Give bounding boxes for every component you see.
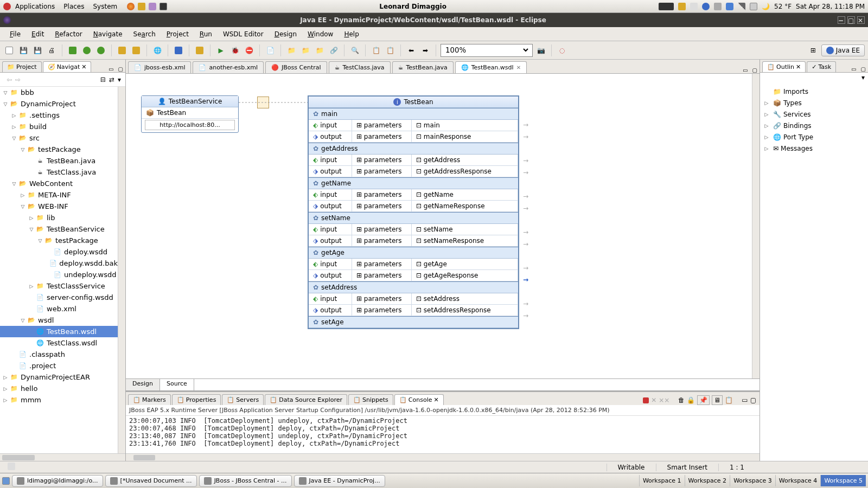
app-icon-2[interactable] bbox=[149, 3, 156, 10]
message-arrow-icon[interactable]: → bbox=[523, 264, 528, 272]
message-arrow-icon[interactable]: → bbox=[523, 192, 528, 200]
menu-help[interactable]: Help bbox=[339, 29, 364, 40]
zoom-select[interactable]: 100% bbox=[441, 44, 533, 57]
workspace-1[interactable]: Workspace 1 bbox=[639, 475, 685, 486]
folder-icon[interactable]: 📁 bbox=[285, 44, 297, 56]
tb-icon[interactable] bbox=[116, 44, 128, 56]
operation-output-row[interactable]: ⬗ output⊞ parameters⊡ getNameResponse bbox=[309, 201, 518, 212]
operation-header[interactable]: ✿ getAge bbox=[309, 247, 518, 259]
os-menu-places[interactable]: Places bbox=[59, 2, 88, 11]
terminal-icon[interactable] bbox=[159, 3, 167, 10]
message-arrow-icon[interactable]: → bbox=[523, 133, 528, 140]
tray-icon-1[interactable] bbox=[659, 3, 674, 10]
tab-navigator[interactable]: 🧭 Navigat ✕ bbox=[43, 61, 92, 72]
search-icon[interactable]: 🔍 bbox=[349, 44, 361, 56]
nav-back-icon[interactable]: ⇦ bbox=[7, 76, 12, 84]
menu-navigate[interactable]: Navigate bbox=[88, 29, 128, 40]
bluetooth-icon[interactable] bbox=[726, 3, 733, 10]
network-icon[interactable] bbox=[702, 3, 710, 10]
globe-icon[interactable]: 🌐 bbox=[151, 44, 163, 56]
minimize-button[interactable]: − bbox=[838, 16, 845, 24]
operation-header[interactable]: ✿ setAddress bbox=[309, 281, 518, 293]
tb-icon[interactable]: 📷 bbox=[535, 44, 547, 56]
operation-input-row[interactable]: ⬖ input⊞ parameters⊡ setName bbox=[309, 224, 518, 235]
forward-icon[interactable]: ➡ bbox=[419, 44, 431, 56]
message-arrow-icon[interactable]: → bbox=[523, 204, 528, 212]
operation-input-row[interactable]: ⬖ input⊞ parameters⊡ getName bbox=[309, 189, 518, 201]
tab-outline[interactable]: 📋 Outlin ✕ bbox=[762, 61, 806, 72]
tb-icon[interactable]: 📋 bbox=[384, 44, 396, 56]
debug-button[interactable] bbox=[81, 44, 93, 56]
tree-item[interactable]: 📄deploy.wsdd bbox=[0, 246, 118, 258]
maximize-icon[interactable]: ▢ bbox=[750, 396, 756, 404]
wsdl-diagram[interactable]: 👤 TestBeanService 📦 TestBean http://loca… bbox=[126, 74, 752, 378]
outline-item[interactable]: ▷✉ Messages bbox=[761, 143, 867, 154]
tb-icon[interactable]: 📄 bbox=[264, 44, 276, 56]
editor-maximize-icon[interactable]: ▢ bbox=[750, 67, 760, 73]
editor-vscroll[interactable] bbox=[752, 74, 760, 378]
operation-input-row[interactable]: ⬖ input⊞ parameters⊡ getAddress bbox=[309, 155, 518, 166]
app-icon[interactable] bbox=[138, 3, 145, 10]
tree-item[interactable]: 📄.project bbox=[0, 360, 118, 371]
tree-item[interactable]: 📄deploy.wsdd.bak bbox=[0, 258, 118, 269]
tab-task[interactable]: ✓ Task bbox=[807, 61, 836, 72]
maximize-view-icon[interactable]: ▢ bbox=[859, 66, 868, 72]
maximize-view-icon[interactable]: ▢ bbox=[116, 66, 125, 72]
tree-item[interactable]: ▷📁TestClassService bbox=[0, 280, 118, 292]
taskbar-button[interactable]: JBoss - JBoss Central - ... bbox=[199, 475, 292, 487]
view-menu-icon[interactable]: ▾ bbox=[118, 76, 121, 84]
clear-console-icon[interactable]: 🗑 bbox=[678, 396, 685, 404]
tree-item[interactable]: 🌐TestClass.wsdl bbox=[0, 337, 118, 349]
tree-item[interactable]: ▽📁bbb bbox=[0, 87, 118, 98]
workspace-4[interactable]: Workspace 4 bbox=[775, 475, 821, 486]
minimize-view-icon[interactable]: ▭ bbox=[106, 66, 116, 72]
pin-console-icon[interactable]: 📌 bbox=[697, 395, 710, 405]
message-arrow-icon[interactable]: → bbox=[523, 169, 528, 176]
menu-design[interactable]: Design bbox=[269, 29, 302, 40]
tree-item[interactable]: 📄web.xml bbox=[0, 303, 118, 314]
run-button[interactable] bbox=[95, 44, 107, 56]
tree-item[interactable]: ☕TestClass.java bbox=[0, 166, 118, 178]
perspective-javaee[interactable]: Java EE bbox=[821, 44, 865, 56]
operation-header[interactable]: ✿ getAddress bbox=[309, 143, 518, 155]
minimize-view-icon[interactable]: ▭ bbox=[849, 66, 858, 72]
message-arrow-icon[interactable]: → bbox=[523, 276, 528, 284]
menu-project[interactable]: Project bbox=[161, 29, 194, 40]
operation-output-row[interactable]: ⬗ output⊞ parameters⊡ setAddressResponse bbox=[309, 305, 518, 316]
tb-icon[interactable] bbox=[194, 44, 206, 56]
tree-item[interactable]: 📄.classpath bbox=[0, 349, 118, 360]
bottom-tab-data-source-explorer[interactable]: 📋 Data Source Explorer bbox=[265, 394, 347, 405]
outline-item[interactable]: ▷🔧 Services bbox=[761, 108, 867, 120]
editor-tab[interactable]: 🌐TestBean.wsdl ✕ bbox=[455, 61, 527, 73]
tab-source[interactable]: Source bbox=[160, 379, 194, 390]
show-desktop-icon[interactable] bbox=[2, 477, 10, 485]
message-arrow-icon[interactable]: → bbox=[523, 240, 528, 248]
outline-item[interactable]: ▷🌐 Port Type bbox=[761, 131, 867, 143]
service-address[interactable]: http://localhost:80... bbox=[145, 120, 235, 130]
tree-item[interactable]: ▷📁DynamicProjectEAR bbox=[0, 371, 118, 383]
tb-icon[interactable] bbox=[173, 44, 184, 56]
signal-icon[interactable] bbox=[738, 3, 745, 10]
new-button[interactable] bbox=[3, 44, 15, 56]
tb-icon[interactable]: 🔗 bbox=[328, 44, 340, 56]
menu-edit[interactable]: Edit bbox=[26, 29, 49, 40]
tb-icon[interactable]: 📋 bbox=[370, 44, 382, 56]
collapse-all-icon[interactable]: ⊟ bbox=[100, 76, 106, 84]
outline-item[interactable]: 📁 Imports bbox=[761, 86, 867, 97]
remove-all-icon[interactable]: ⨯⨯ bbox=[659, 396, 669, 404]
message-arrow-icon[interactable]: → bbox=[523, 312, 528, 319]
menu-window[interactable]: Window bbox=[302, 29, 339, 40]
editor-tab[interactable]: 📄another-esb.xml bbox=[193, 61, 264, 73]
view-menu-icon[interactable]: ▾ bbox=[861, 74, 865, 82]
tray-icon-2[interactable] bbox=[678, 3, 686, 10]
print-button[interactable]: 🖨 bbox=[46, 44, 58, 56]
minimize-icon[interactable]: ▭ bbox=[742, 396, 748, 404]
tree-item[interactable]: ▷📁.settings bbox=[0, 110, 118, 121]
tree-item[interactable]: 📄server-config.wsdd bbox=[0, 292, 118, 303]
operation-header[interactable]: ✿ setAge bbox=[309, 316, 518, 328]
play-icon[interactable]: ▶ bbox=[215, 44, 227, 56]
editor-tab[interactable]: ☕TestClass.java bbox=[329, 61, 391, 73]
message-arrow-icon[interactable]: → bbox=[523, 228, 528, 236]
outline-item[interactable]: ▷🔗 Bindings bbox=[761, 120, 867, 131]
tree-scrollbar[interactable] bbox=[118, 87, 125, 453]
